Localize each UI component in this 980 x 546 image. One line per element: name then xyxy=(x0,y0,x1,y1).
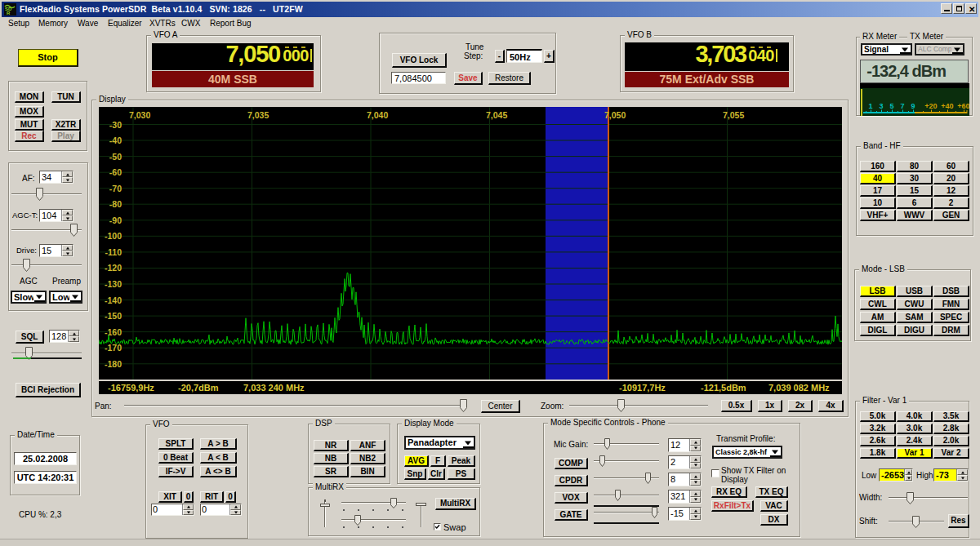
svg-text:3: 3 xyxy=(879,102,883,110)
svg-text:-90: -90 xyxy=(109,215,122,225)
svg-text:7,055: 7,055 xyxy=(723,110,744,120)
svg-text:5: 5 xyxy=(889,102,893,110)
svg-text:7,030: 7,030 xyxy=(129,110,150,120)
svg-text:-40: -40 xyxy=(109,135,122,145)
svg-text:+40: +40 xyxy=(941,102,953,110)
svg-text:-70: -70 xyxy=(109,184,122,193)
svg-text:-150: -150 xyxy=(105,311,122,321)
svg-text:-180: -180 xyxy=(105,359,122,369)
svg-text:-50: -50 xyxy=(109,152,122,162)
svg-text:9: 9 xyxy=(911,102,915,110)
svg-text:-140: -140 xyxy=(105,295,122,305)
svg-text:-100: -100 xyxy=(105,231,122,241)
svg-text:7,035: 7,035 xyxy=(247,110,269,120)
svg-text:7,050: 7,050 xyxy=(604,110,626,120)
svg-text:-170: -170 xyxy=(105,343,122,353)
svg-text:-60: -60 xyxy=(109,167,122,177)
svg-text:-160: -160 xyxy=(105,327,122,337)
svg-text:+20: +20 xyxy=(924,102,937,110)
svg-text:1: 1 xyxy=(868,102,872,110)
svg-text:-110: -110 xyxy=(105,247,122,257)
svg-text:-80: -80 xyxy=(109,199,122,209)
svg-text:7: 7 xyxy=(900,102,904,110)
svg-text:-120: -120 xyxy=(105,263,122,273)
svg-text:+60: +60 xyxy=(957,102,969,110)
svg-text:7,045: 7,045 xyxy=(486,110,507,120)
svg-text:7,040: 7,040 xyxy=(367,110,388,120)
svg-text:R: R xyxy=(7,11,11,16)
svg-text:-30: -30 xyxy=(109,120,122,130)
svg-text:-130: -130 xyxy=(105,279,122,289)
